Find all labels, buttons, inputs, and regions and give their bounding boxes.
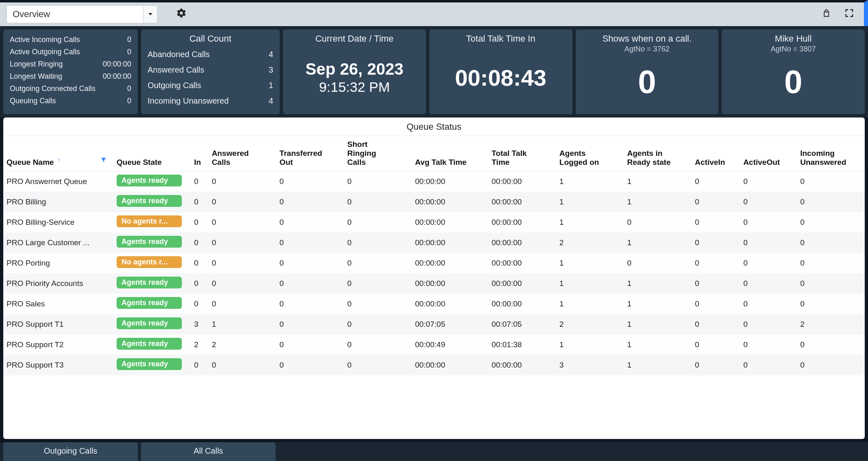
table-row[interactable]: PRO Support T3Agents ready000000:00:0000… [3,355,865,375]
stat-value: 0 [115,95,131,107]
cell-short-ringing: 0 [344,335,412,355]
cell-queue-name: PRO Billing-Service [3,212,113,233]
cell-transferred: 0 [276,335,344,355]
cell-active-in: 0 [692,335,740,355]
call-count-row: Incoming Unanswered4 [148,93,273,109]
stat-value: 4 [257,47,273,62]
cell-active-in: 0 [692,171,740,192]
cell-agents-ready: 1 [624,355,691,375]
table-row[interactable]: PRO SalesAgents ready000000:00:0000:00:0… [3,294,865,314]
cell-in: 0 [191,192,208,212]
lock-icon[interactable] [818,9,835,20]
cell-active-in: 0 [692,273,740,294]
widget-agent-1: Shows when on a call. AgtNo = 3762 0 [576,29,719,114]
col-active-in[interactable]: ActiveIn [692,136,740,171]
cell-queue-state: Agents ready [113,355,191,375]
col-total-talk[interactable]: Total Talk Time [488,136,556,171]
cell-agents-ready: 1 [624,171,691,192]
col-avg-talk[interactable]: Avg Talk Time [412,136,488,171]
cell-transferred: 0 [276,294,344,314]
cell-queue-name: PRO Sales [3,294,113,314]
cell-active-out: 0 [740,212,797,233]
cell-incoming-unanswered: 0 [797,355,865,375]
widget-total-talk-time: Total Talk Time In 00:08:43 [429,29,572,114]
cell-answered: 0 [208,171,276,192]
active-stat-row: Queuing Calls0 [10,95,131,107]
cell-incoming-unanswered: 0 [797,192,865,212]
table-row[interactable]: PRO Billing-ServiceNo agents r...000000:… [3,212,865,233]
queue-state-pill: Agents ready [117,358,182,370]
cell-answered: 0 [208,212,276,233]
widget-talktime-title: Total Talk Time In [436,33,566,44]
tab-outgoing-calls[interactable]: Outgoing Calls [3,442,138,461]
cell-total-talk: 00:01:38 [488,335,556,355]
cell-queue-name: PRO Priority Accounts [3,273,113,294]
table-row[interactable]: PRO Answernet QueueAgents ready000000:00… [3,171,865,192]
cell-active-in: 0 [692,233,740,253]
table-row[interactable]: PRO Support T1Agents ready310000:07:0500… [3,314,865,335]
call-count-row: Outgoing Calls1 [148,78,273,93]
sort-asc-icon: ↑ [57,157,60,163]
queue-state-pill: Agents ready [117,236,182,248]
cell-answered: 0 [208,233,276,253]
cell-incoming-unanswered: 2 [797,314,865,335]
cell-transferred: 0 [276,212,344,233]
table-row[interactable]: PRO Large Customer ...Agents ready000000… [3,233,865,253]
table-row[interactable]: PRO PortingNo agents r...000000:00:0000:… [3,253,865,273]
cell-active-in: 0 [692,355,740,375]
col-active-out[interactable]: ActiveOut [740,136,797,171]
col-answered[interactable]: Answered Calls [208,136,276,171]
cell-active-in: 0 [692,192,740,212]
cell-agents-ready: 1 [624,192,691,212]
view-selector-dropdown-button[interactable] [143,6,157,23]
cell-short-ringing: 0 [344,192,412,212]
col-agents-logged[interactable]: Agents Logged on [556,136,624,171]
cell-avg-talk: 00:00:49 [412,335,488,355]
cell-queue-state: Agents ready [113,335,191,355]
fullscreen-icon[interactable] [841,9,857,20]
cell-agents-ready: 1 [624,314,691,335]
cell-answered: 0 [208,273,276,294]
col-queue-name[interactable]: Queue Name ↑ [3,136,113,171]
cell-transferred: 0 [276,192,344,212]
cell-queue-state: Agents ready [113,171,191,192]
cell-agents-logged: 1 [556,253,624,273]
table-header-row: Queue Name ↑ Queue State In Answered Cal… [3,136,865,171]
cell-agents-logged: 2 [556,314,624,335]
tab-all-calls[interactable]: All Calls [141,442,276,461]
cell-total-talk: 00:00:00 [488,171,556,192]
view-selector[interactable]: Overview [7,5,157,23]
table-row[interactable]: PRO Priority AccountsAgents ready000000:… [3,273,865,294]
stat-value: 0 [115,33,131,46]
filter-icon[interactable] [100,157,107,165]
settings-icon[interactable] [176,8,187,21]
cell-agents-logged: 1 [556,171,624,192]
total-talk-time-value: 00:08:43 [455,64,546,91]
cell-avg-talk: 00:00:00 [412,171,488,192]
queue-status-title: Queue Status [3,117,865,136]
queue-status-table-wrap[interactable]: Queue Name ↑ Queue State In Answered Cal… [3,136,865,439]
queue-state-pill: Agents ready [117,297,182,309]
cell-active-out: 0 [740,171,797,192]
stat-value: 00:00:00 [103,70,131,82]
cell-queue-name: PRO Support T2 [3,335,113,355]
table-row[interactable]: PRO Support T2Agents ready220000:00:4900… [3,335,865,355]
col-queue-state[interactable]: Queue State [113,136,191,171]
cell-avg-talk: 00:00:00 [412,273,488,294]
view-selector-label: Overview [7,9,143,20]
cell-avg-talk: 00:00:00 [412,233,488,253]
table-row[interactable]: PRO BillingAgents ready000000:00:0000:00… [3,192,865,212]
col-short-ringing[interactable]: Short Ringing Calls [344,136,412,171]
cell-queue-name: PRO Porting [3,253,113,273]
cell-transferred: 0 [276,314,344,335]
col-incoming-unanswered[interactable]: Incoming Unanswered [797,136,865,171]
col-agents-ready[interactable]: Agents in Ready state [624,136,691,171]
queue-state-pill: Agents ready [117,338,182,350]
stat-label: Abandoned Calls [148,47,210,62]
stat-label: Incoming Unanswered [148,93,229,109]
col-transferred[interactable]: Transferred Out [276,136,344,171]
cell-avg-talk: 00:00:00 [412,212,488,233]
cell-in: 0 [191,171,208,192]
col-in[interactable]: In [191,136,208,171]
cell-answered: 0 [208,253,276,273]
